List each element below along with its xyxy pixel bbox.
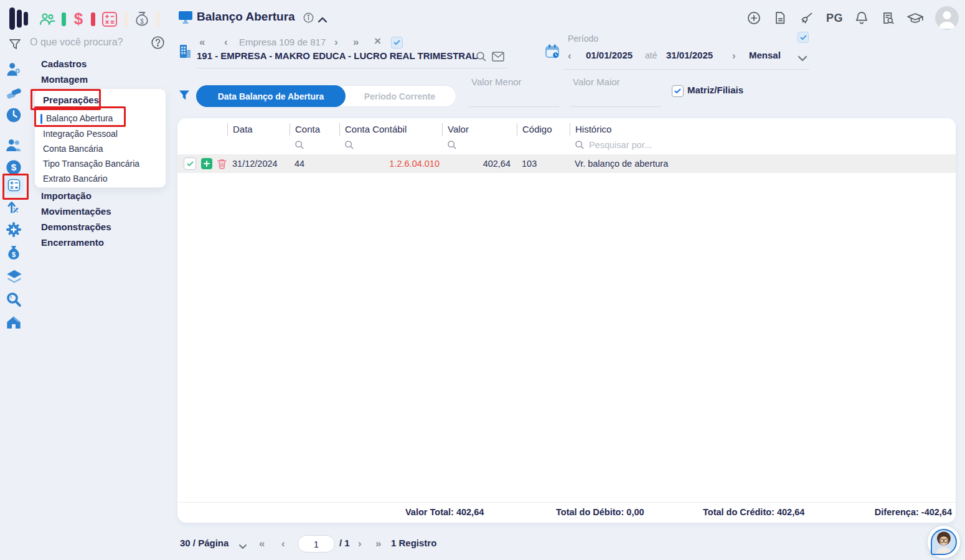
notifications-bell-icon[interactable] xyxy=(854,10,869,26)
column-data[interactable]: Data xyxy=(227,123,290,136)
valor-search[interactable] xyxy=(442,136,517,154)
company-last-button[interactable]: » xyxy=(353,37,360,47)
company-next-button[interactable]: › xyxy=(334,37,338,47)
valor-maior-underline xyxy=(570,106,662,107)
historico-search[interactable]: Pesquisar por... xyxy=(570,136,956,154)
total-debito: Total do Débito: 0,00 xyxy=(556,507,644,517)
sidebar-item-demonstracoes[interactable]: Demonstrações xyxy=(41,222,111,232)
page-prev-button[interactable]: ‹ xyxy=(281,538,285,549)
submenu-item-balanco-abertura[interactable]: Balanço Abertura xyxy=(46,113,113,123)
handshake-icon[interactable] xyxy=(6,85,23,103)
column-valor[interactable]: Valor xyxy=(442,123,517,136)
period-mode-select[interactable]: Mensal xyxy=(749,50,781,60)
valor-menor-input[interactable]: Valor Menor xyxy=(471,77,522,87)
gear-plus-icon[interactable] xyxy=(6,222,22,240)
tab-data-balanco-abertura[interactable]: Data Balanço de Abertura xyxy=(196,85,346,107)
support-agent-avatar xyxy=(931,529,957,555)
page-last-button[interactable]: » xyxy=(375,538,382,549)
period-end-date[interactable]: 31/01/2025 xyxy=(666,50,713,60)
import-arrow-icon[interactable] xyxy=(6,198,21,217)
green-bar-icon[interactable] xyxy=(62,12,66,26)
screen-monitor-icon xyxy=(178,11,193,27)
submenu-item-tipo-transacao-bancaria[interactable]: Tipo Transação Bancária xyxy=(43,159,139,169)
table-row[interactable]: 31/12/2024 44 1.2.6.04.010 402,64 103 Vr… xyxy=(177,154,956,173)
broom-icon[interactable] xyxy=(799,11,815,26)
company-first-button[interactable]: « xyxy=(199,37,206,47)
per-page-select[interactable]: 30 / Página xyxy=(180,538,228,548)
period-mode-chevron-icon[interactable] xyxy=(798,53,807,64)
company-search-icon[interactable] xyxy=(476,51,487,65)
clock-icon[interactable] xyxy=(6,107,22,126)
sidebar-item-cadastros[interactable]: Cadastros xyxy=(41,58,87,69)
money-bag-kpi-icon[interactable]: $ xyxy=(134,10,150,29)
search-module-icon[interactable] xyxy=(6,291,22,310)
sidebar-item-movimentacoes[interactable]: Movimentações xyxy=(41,206,111,217)
brand-logo xyxy=(6,6,34,34)
people-kpi-icon[interactable] xyxy=(39,11,56,27)
support-chat-widget[interactable] xyxy=(928,526,960,558)
cell-conta-contabil[interactable]: 1.2.6.04.010 xyxy=(339,159,442,169)
sidebar-search-input[interactable]: O que você procura? xyxy=(30,37,123,48)
page-first-button[interactable]: « xyxy=(259,538,266,549)
info-icon[interactable] xyxy=(303,12,314,26)
conta-contabil-search[interactable] xyxy=(339,136,442,154)
tab-periodo-corrente[interactable]: Período Corrente xyxy=(334,85,456,107)
period-next-button[interactable]: › xyxy=(732,50,736,61)
row-checkbox[interactable] xyxy=(184,157,196,170)
audit-search-icon[interactable] xyxy=(880,11,895,26)
sidebar-item-montagem[interactable]: Montagem xyxy=(41,74,88,85)
calculator-module-icon[interactable] xyxy=(4,175,24,195)
per-page-chevron-icon[interactable] xyxy=(238,541,247,552)
home-icon[interactable] xyxy=(6,314,22,333)
column-historico[interactable]: Histórico xyxy=(570,123,956,136)
column-codigo[interactable]: Código xyxy=(517,123,570,136)
page-next-button[interactable]: › xyxy=(358,538,362,549)
calendar-icon[interactable] xyxy=(544,44,560,62)
diferenca: Diferença: -402,64 xyxy=(875,507,952,517)
records-count: 1 Registro xyxy=(391,538,436,548)
totals-bar: Valor Total: 402,64 Total do Débito: 0,0… xyxy=(177,502,956,523)
graduation-cap-icon[interactable] xyxy=(906,11,924,26)
submenu-item-integracao-pessoal[interactable]: Integração Pessoal xyxy=(43,129,118,139)
period-prev-button[interactable]: ‹ xyxy=(568,50,572,61)
submenu-item-extrato-bancario[interactable]: Extrato Bancário xyxy=(43,174,108,184)
period-checkbox[interactable] xyxy=(798,32,809,43)
building-icon xyxy=(178,44,192,62)
valor-maior-input[interactable]: Valor Maior xyxy=(573,77,620,87)
people-icon[interactable] xyxy=(6,137,22,156)
layers-icon[interactable] xyxy=(6,268,23,287)
matriz-filiais-checkbox[interactable] xyxy=(672,85,684,97)
dollar-kpi-icon[interactable]: $ xyxy=(72,10,85,29)
submenu-title-preparacoes[interactable]: Preparações xyxy=(43,95,99,105)
table-header-row: Data Conta Conta Contábil Valor Código H… xyxy=(177,123,956,136)
period-start-date[interactable]: 01/01/2025 xyxy=(586,50,633,60)
red-bar-icon[interactable] xyxy=(91,12,95,26)
collapse-chevron-icon[interactable] xyxy=(318,14,327,26)
pg-button[interactable]: PG xyxy=(826,12,843,25)
column-conta[interactable]: Conta xyxy=(290,123,339,136)
row-delete-button[interactable] xyxy=(217,159,227,169)
conta-search[interactable] xyxy=(290,136,339,154)
company-checkbox[interactable] xyxy=(391,37,403,49)
row-add-button[interactable] xyxy=(201,158,212,169)
document-icon[interactable] xyxy=(773,11,788,26)
submenu-item-conta-bancaria[interactable]: Conta Bancária xyxy=(43,144,103,154)
sidebar-item-importacao[interactable]: Importação xyxy=(41,190,92,201)
historico-search-input[interactable]: Pesquisar por... xyxy=(589,140,652,150)
filter-funnel-icon[interactable] xyxy=(9,38,21,53)
user-avatar[interactable] xyxy=(935,6,959,30)
add-circle-icon[interactable] xyxy=(746,11,761,26)
money-bag-icon[interactable]: $ xyxy=(6,245,22,264)
company-prev-button[interactable]: ‹ xyxy=(224,37,228,47)
user-settings-icon[interactable] xyxy=(6,61,22,80)
svg-text:$: $ xyxy=(12,251,16,258)
page-input[interactable]: 1 xyxy=(298,535,335,553)
table-filter-funnel-icon[interactable] xyxy=(178,89,191,104)
company-clear-button[interactable]: × xyxy=(374,35,381,46)
company-mail-icon[interactable] xyxy=(492,52,504,64)
calculator-kpi-icon[interactable] xyxy=(101,11,118,28)
help-icon[interactable] xyxy=(151,35,165,52)
column-conta-contabil[interactable]: Conta Contábil xyxy=(339,123,442,136)
sidebar-item-encerramento[interactable]: Encerramento xyxy=(41,237,104,248)
faint-bar-icon-2 xyxy=(156,11,160,27)
